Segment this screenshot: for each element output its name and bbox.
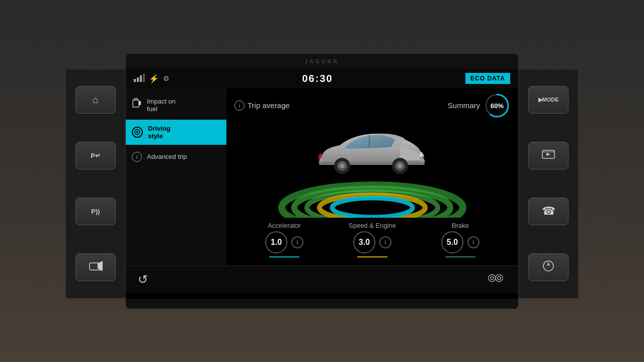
park-assist-1-icon: P↵ (91, 152, 101, 159)
speed-engine-circle: 3.0 (353, 231, 375, 253)
signal-icon (134, 74, 145, 83)
screen-body: Impact onfuel Drivingstyle (126, 88, 518, 265)
nav-button[interactable] (528, 253, 569, 281)
trip-bar: i Trip average Summary 60% (234, 93, 510, 119)
back-button[interactable]: ↺ (136, 270, 150, 289)
phone-icon: ☎ (542, 205, 555, 218)
media-button[interactable] (528, 142, 569, 169)
advanced-trip-icon: i (132, 152, 142, 162)
svg-point-21 (332, 198, 413, 217)
metric-speed-engine: Speed & Engine 3.0 i (349, 222, 396, 257)
nav-icon (542, 260, 554, 275)
right-panel: ▶MODE ☎ (518, 69, 579, 299)
park-assist-1-button[interactable]: P↵ (75, 142, 116, 169)
speed-engine-underline (357, 256, 387, 257)
svg-rect-6 (133, 100, 139, 107)
trip-average: i Trip average (234, 101, 290, 111)
fuel-icon (132, 98, 142, 112)
left-menu: Impact onfuel Drivingstyle (126, 88, 226, 265)
settings-button[interactable] (486, 271, 508, 288)
speed-engine-value: 3.0 (359, 238, 370, 247)
accelerator-value: 1.0 (271, 238, 282, 247)
svg-marker-38 (547, 262, 550, 266)
svg-point-26 (340, 163, 345, 168)
speed-engine-info-button[interactable]: i (379, 236, 391, 248)
camera-button[interactable] (75, 253, 116, 281)
eco-badge[interactable]: ECO DATA (465, 73, 510, 84)
bottom-toolbar: ↺ (126, 265, 518, 293)
mode-button[interactable]: ▶MODE (528, 86, 569, 114)
svg-rect-5 (143, 74, 145, 82)
svg-marker-35 (546, 153, 550, 156)
menu-item-driving-style[interactable]: Drivingstyle (126, 120, 226, 145)
svg-rect-2 (134, 79, 136, 82)
svg-rect-3 (137, 77, 139, 82)
car-visualization (267, 123, 478, 218)
menu-item-driving-style-label: Drivingstyle (148, 125, 171, 140)
svg-point-31 (491, 277, 494, 280)
bottom-bezel (126, 299, 518, 309)
mode-icon: ▶MODE (538, 97, 559, 103)
accelerator-circle: 1.0 (265, 231, 287, 253)
settings-small-icon: ⚙ (163, 74, 170, 82)
metric-accelerator: Accelerator 1.0 i (265, 222, 303, 257)
menu-item-impact-fuel[interactable]: Impact onfuel (126, 93, 226, 118)
back-icon: ↺ (138, 273, 148, 286)
left-panel: ⌂ P↵ P)) (65, 69, 126, 299)
speed-engine-label: Speed & Engine (349, 222, 396, 229)
summary-group: Summary 60% (448, 93, 510, 119)
menu-item-impact-fuel-label: Impact onfuel (147, 98, 176, 113)
brake-underline (445, 256, 475, 257)
brake-info-button[interactable]: i (467, 236, 479, 248)
menu-item-advanced-trip-label: Advanced trip (147, 153, 187, 160)
screen-header: ⚡ ⚙ 06:30 ECO DATA (126, 69, 518, 88)
speed-engine-value-row: 3.0 i (353, 231, 391, 253)
brake-value: 5.0 (447, 238, 458, 247)
driving-style-icon (132, 127, 143, 138)
metric-brake: Brake 5.0 i (441, 222, 479, 257)
media-icon (541, 149, 555, 162)
brand-logo: JAGUAR (305, 58, 340, 64)
trip-average-label: Trip average (248, 101, 290, 110)
screen: ⚡ ⚙ 06:30 ECO DATA (126, 69, 518, 299)
svg-rect-4 (140, 75, 142, 82)
svg-point-29 (397, 163, 403, 168)
brake-value-row: 5.0 i (441, 231, 479, 253)
metrics-bar: Accelerator 1.0 i Speed & Engine (234, 218, 510, 261)
summary-label: Summary (448, 101, 480, 110)
middle-section: ⌂ P↵ P)) (65, 69, 579, 299)
summary-percent: 60% (491, 102, 504, 109)
brake-circle: 5.0 (441, 231, 463, 253)
svg-point-33 (498, 277, 501, 280)
main-content: i Trip average Summary 60% (226, 88, 518, 265)
bluetooth-icon: ⚡ (149, 74, 159, 83)
settings-icon (488, 273, 506, 286)
car-surround: JAGUAR ⌂ P↵ P)) (0, 0, 644, 362)
summary-progress: 60% (484, 93, 510, 119)
svg-point-30 (489, 275, 496, 282)
phone-button[interactable]: ☎ (528, 198, 569, 225)
park-assist-2-button[interactable]: P)) (75, 198, 116, 225)
accelerator-underline (269, 256, 299, 257)
home-button[interactable]: ⌂ (75, 86, 116, 114)
svg-marker-1 (98, 261, 103, 271)
home-icon: ⌂ (93, 94, 99, 106)
accelerator-label: Accelerator (268, 222, 301, 229)
svg-point-13 (136, 131, 138, 133)
time-display: 06:30 (302, 73, 333, 84)
camera-icon (89, 261, 103, 274)
menu-item-advanced-trip[interactable]: i Advanced trip (126, 147, 226, 167)
park-assist-2-icon: P)) (91, 208, 100, 215)
trip-info-icon: i (234, 101, 245, 111)
car-image (312, 128, 433, 183)
brake-label: Brake (452, 222, 469, 229)
accelerator-value-row: 1.0 i (265, 231, 303, 253)
accelerator-info-button[interactable]: i (291, 236, 303, 248)
top-bezel: JAGUAR (126, 54, 518, 69)
status-icons: ⚡ ⚙ (134, 74, 170, 83)
svg-point-32 (496, 275, 503, 282)
